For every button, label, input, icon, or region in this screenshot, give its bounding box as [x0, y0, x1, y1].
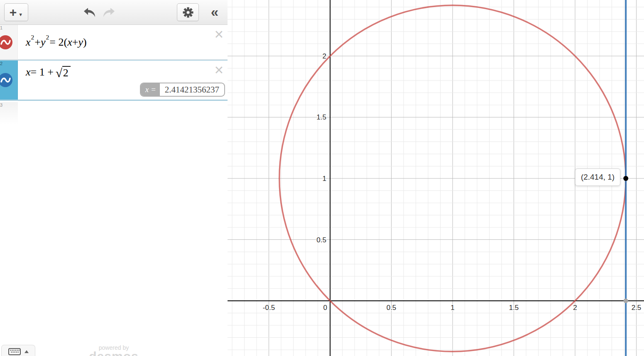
point-label: (2.414, 1)	[575, 168, 620, 186]
gear-icon	[182, 7, 194, 18]
expression-gutter-1: 1	[0, 25, 18, 59]
undo-button[interactable]	[82, 6, 98, 19]
value-pill-value: 2.41421356237	[160, 83, 224, 96]
expression-number: 3	[0, 102, 2, 107]
add-expression-button[interactable]: + ▼	[4, 3, 28, 21]
svg-text:1: 1	[323, 175, 326, 183]
expression-row-2-selected: 2 x = 1 + √2 × x = 2.41421356237	[0, 60, 228, 101]
delete-expression-icon[interactable]: ×	[214, 62, 223, 78]
value-pill-label: x =	[141, 83, 160, 96]
svg-text:0: 0	[323, 304, 327, 312]
expression-gutter-2: 2	[0, 61, 18, 100]
expression-sidebar: + ▼ «	[0, 0, 228, 356]
expression-number: 1	[0, 25, 2, 30]
sidebar-toolbar: + ▼ «	[0, 0, 228, 25]
redo-button[interactable]	[100, 6, 116, 19]
svg-text:1: 1	[451, 304, 454, 312]
svg-text:0.5: 0.5	[316, 236, 326, 244]
expression-row-3-empty[interactable]: 3	[0, 102, 228, 124]
collapse-sidebar-button[interactable]: «	[204, 2, 225, 22]
line-visibility-icon[interactable]	[0, 73, 12, 87]
keyboard-open-caret-icon	[24, 350, 29, 353]
plus-icon: +	[10, 6, 17, 19]
keyboard-icon	[8, 348, 21, 355]
show-keyboard-button[interactable]	[1, 345, 35, 356]
chevron-down-icon: ▼	[18, 12, 23, 17]
svg-text:1.5: 1.5	[509, 304, 519, 312]
svg-text:2.5: 2.5	[632, 304, 642, 312]
svg-text:2: 2	[323, 52, 326, 60]
expression-row-1: 1 x2 + y2 = 2(x + y) ×	[0, 25, 228, 60]
redo-icon	[101, 7, 115, 18]
equation-input-1[interactable]: x2 + y2 = 2(x + y)	[18, 25, 228, 59]
graph-pane: -0.500.511.522.50.511.52 (2.414, 1)	[228, 0, 644, 356]
svg-text:-0.5: -0.5	[263, 304, 275, 312]
svg-text:0.5: 0.5	[387, 304, 397, 312]
expression-gutter-3: 3	[0, 102, 18, 124]
curve-visibility-icon[interactable]	[0, 35, 12, 49]
settings-button[interactable]	[177, 3, 199, 21]
evaluated-value-pill: x = 2.41421356237	[140, 83, 225, 97]
delete-expression-icon[interactable]: ×	[214, 27, 223, 42]
svg-text:1.5: 1.5	[316, 113, 326, 121]
expression-number: 2	[0, 61, 2, 66]
equation-input-3[interactable]	[18, 102, 228, 124]
svg-text:2: 2	[573, 304, 577, 312]
undo-icon	[83, 7, 97, 18]
